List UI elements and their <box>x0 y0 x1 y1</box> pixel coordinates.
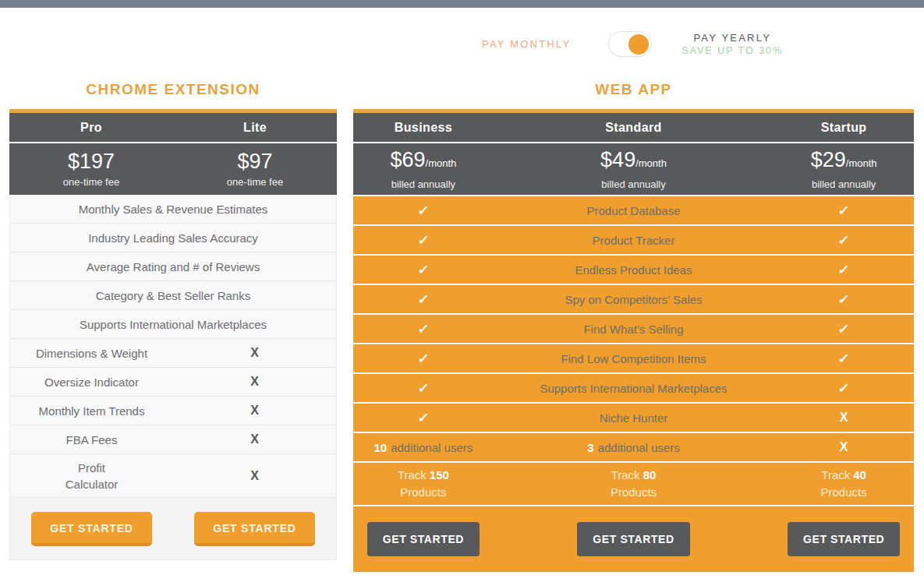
check-icon: ✓ <box>352 410 494 426</box>
check-icon: ✓ <box>352 291 494 308</box>
pay-monthly-label[interactable]: PAY MONTHLY <box>482 38 571 50</box>
feature-row: Monthly Item Trends X <box>10 397 336 425</box>
feature-row: FBA Fees X <box>10 425 336 454</box>
x-icon: X <box>173 404 336 418</box>
check-icon: ✓ <box>352 203 494 219</box>
feature-label: Supports International Marketplaces <box>494 382 774 395</box>
get-started-button-startup[interactable]: GET STARTED <box>788 522 900 556</box>
feature-label: Product Database <box>494 204 774 217</box>
check-icon: ✓ <box>773 291 915 308</box>
check-icon: ✓ <box>773 351 915 367</box>
x-icon: X <box>173 469 336 483</box>
feature-row: Category & Best Seller Ranks <box>10 281 336 310</box>
price-suffix: /month <box>635 157 667 169</box>
pay-yearly-label[interactable]: PAY YEARLY <box>693 32 771 44</box>
check-icon: ✓ <box>352 232 494 249</box>
feature-row: ✓ Spy on Competitors’ Sales ✓ <box>353 285 914 313</box>
feature-row: ✓ Product Tracker ✓ <box>353 226 914 254</box>
startup-price-note: billed annually <box>812 178 876 190</box>
billing-toggle-switch[interactable] <box>608 31 652 57</box>
feature-row: Average Rating and # of Reviews <box>10 252 336 281</box>
price-suffix: /month <box>426 157 457 169</box>
chrome-extension-footer: GET STARTED GET STARTED <box>9 498 337 560</box>
x-icon: X <box>774 440 914 454</box>
chrome-extension-header: Pro Lite <box>9 113 337 143</box>
track-products-row: Track150Products Track80Products Track40… <box>353 463 914 505</box>
feature-label: Find What’s Selling <box>494 323 774 336</box>
feature-row: Supports International Marketplaces <box>10 310 336 339</box>
get-started-button-pro[interactable]: GET STARTED <box>31 512 152 546</box>
feature-row: ✓ Supports International Marketplaces ✓ <box>353 374 914 402</box>
web-app-price-row: $69/month billed annually $49/month bill… <box>353 143 914 195</box>
business-price-note: billed annually <box>391 178 455 190</box>
pricing-page: PAY MONTHLY PAY YEARLY SAVE UP TO 30% CH… <box>0 0 924 582</box>
additional-users-row: 10additional users 3additional users X <box>353 433 914 461</box>
pro-price: $197 <box>68 150 115 172</box>
feature-row: ✓ Endless Product Ideas ✓ <box>353 256 914 284</box>
startup-track-limit: Track40Products <box>774 467 914 501</box>
x-icon: X <box>774 411 914 425</box>
check-icon: ✓ <box>773 203 915 219</box>
feature-label: Industry Leading Sales Accuracy <box>88 230 258 246</box>
feature-row: Industry Leading Sales Accuracy <box>10 224 336 252</box>
pay-yearly-block: PAY YEARLY SAVE UP TO 30% <box>681 32 783 57</box>
x-icon: X <box>173 432 336 446</box>
feature-row: Profit Calculator X <box>10 454 336 498</box>
check-icon: ✓ <box>352 262 494 278</box>
check-icon: ✓ <box>773 321 915 337</box>
feature-label: Endless Product Ideas <box>494 263 774 277</box>
check-icon: ✓ <box>352 351 494 367</box>
lite-price-cell: $97 one-time fee <box>173 143 337 195</box>
feature-label: Monthly Sales & Revenue Estimates <box>79 201 268 217</box>
standard-price: $49/month <box>600 149 667 175</box>
plan-name-standard: Standard <box>494 121 774 135</box>
feature-row: ✓ Find Low Competition Items ✓ <box>353 344 914 372</box>
feature-label: Product Tracker <box>494 234 774 247</box>
feature-row: Oversize Indicator X <box>10 368 336 397</box>
feature-label: Monthly Item Trends <box>39 403 145 419</box>
price-suffix: /month <box>846 157 877 169</box>
check-icon: ✓ <box>773 232 915 249</box>
feature-row: ✓ Niche Hunter X <box>353 404 914 432</box>
web-app-header: Business Standard Startup <box>353 113 914 143</box>
check-icon: ✓ <box>352 321 494 337</box>
feature-row: Dimensions & Weight X <box>10 339 336 368</box>
web-app-title: WEB APP <box>353 81 914 98</box>
get-started-button-lite[interactable]: GET STARTED <box>194 512 315 546</box>
toggle-knob-icon <box>628 34 649 55</box>
x-icon: X <box>173 375 336 389</box>
feature-label: Find Low Competition Items <box>494 352 774 365</box>
web-app-section: WEB APP Business Standard Startup $69/mo… <box>353 81 914 572</box>
chrome-extension-table: Pro Lite $197 one-time fee $97 one-time … <box>9 109 337 560</box>
chrome-extension-section: CHROME EXTENSION Pro Lite $197 one-time … <box>9 81 337 560</box>
plan-name-business: Business <box>353 121 494 135</box>
chrome-extension-feature-list: Monthly Sales & Revenue Estimates Indust… <box>9 195 337 498</box>
get-started-button-business[interactable]: GET STARTED <box>367 522 480 556</box>
feature-label: Dimensions & Weight <box>36 345 147 362</box>
startup-price-cell: $29/month billed annually <box>774 143 914 195</box>
chrome-extension-price-row: $197 one-time fee $97 one-time fee <box>9 143 337 195</box>
business-price-cell: $69/month billed annually <box>353 143 494 195</box>
standard-price-note: billed annually <box>601 178 665 190</box>
top-bar <box>0 0 924 8</box>
x-icon: X <box>173 346 336 360</box>
lite-price-note: one-time fee <box>227 176 283 188</box>
standard-track-limit: Track80Products <box>494 467 774 501</box>
billing-toggle-row: PAY MONTHLY PAY YEARLY SAVE UP TO 30% <box>482 31 783 57</box>
web-app-footer: GET STARTED GET STARTED GET STARTED <box>353 506 914 572</box>
plan-name-lite: Lite <box>173 121 337 135</box>
check-icon: ✓ <box>352 380 494 397</box>
check-icon: ✓ <box>773 380 915 397</box>
web-app-table: Business Standard Startup $69/month bill… <box>353 109 914 572</box>
feature-label: Profit Calculator <box>55 460 129 492</box>
plan-name-pro: Pro <box>9 121 173 135</box>
feature-label: Spy on Competitors’ Sales <box>494 293 774 306</box>
feature-row: ✓ Product Database ✓ <box>353 196 914 224</box>
feature-row: Monthly Sales & Revenue Estimates <box>10 195 336 224</box>
save-up-to-note: SAVE UP TO 30% <box>681 44 783 57</box>
get-started-button-standard[interactable]: GET STARTED <box>577 522 689 556</box>
chrome-extension-title: CHROME EXTENSION <box>9 81 337 98</box>
feature-label: FBA Fees <box>66 432 118 448</box>
pro-price-note: one-time fee <box>63 176 119 188</box>
lite-price: $97 <box>237 150 272 172</box>
